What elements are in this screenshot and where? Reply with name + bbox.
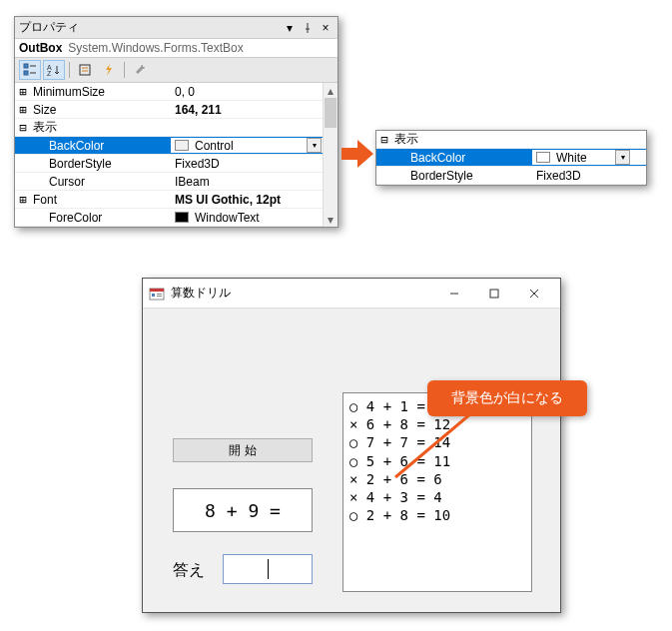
app-body: 開 始 8 + 9 = 答え ○ 4 + 1 = 5× 6 + 8 = 12○ … — [143, 309, 560, 612]
expand-icon[interactable]: ⊞ — [15, 103, 31, 117]
property-value-text: IBeam — [175, 175, 210, 189]
close-button[interactable] — [514, 280, 554, 308]
categorized-button[interactable] — [19, 60, 41, 80]
property-name: ForeColor — [47, 211, 171, 225]
properties-titlebar: プロパティ ▾ × — [15, 17, 337, 39]
property-row[interactable]: ⊞MinimumSize0, 0 — [15, 83, 337, 101]
answer-input[interactable] — [223, 554, 313, 584]
property-value-text: White — [556, 151, 587, 165]
property-value[interactable]: Control▾ — [171, 138, 337, 153]
object-type: System.Windows.Forms.TextBox — [68, 41, 243, 55]
callout-label: 背景色が白になる — [427, 380, 587, 416]
titlebar[interactable]: 算数ドリル — [143, 279, 560, 309]
color-swatch — [175, 212, 189, 223]
app-window: 算数ドリル 開 始 8 + 9 = 答え ○ 4 + 1 = 5× 6 + 8 … — [142, 278, 561, 613]
property-row[interactable]: ⊟表示 — [15, 119, 337, 137]
property-name: BackColor — [47, 139, 171, 153]
svg-rect-9 — [152, 294, 155, 297]
window-title: 算数ドリル — [171, 285, 434, 302]
arrow-icon — [341, 140, 373, 168]
svg-rect-0 — [24, 64, 28, 68]
property-name: MinimumSize — [31, 85, 171, 99]
svg-rect-8 — [150, 289, 164, 292]
output-line: ○ 7 + 7 = 14 — [349, 433, 525, 451]
output-line: × 4 + 3 = 4 — [349, 488, 525, 506]
property-value-text: Control — [195, 139, 234, 153]
svg-rect-13 — [490, 290, 498, 298]
dropdown-button[interactable]: ▾ — [307, 138, 322, 153]
property-row[interactable]: BackColorWhite▾ — [376, 149, 646, 167]
property-pages-button[interactable] — [74, 60, 96, 80]
expand-icon[interactable]: ⊞ — [15, 193, 31, 207]
property-name: Cursor — [47, 175, 171, 189]
scroll-up-icon[interactable]: ▴ — [324, 83, 337, 98]
property-row[interactable]: ⊟表示 — [376, 131, 646, 149]
property-value-text: 0, 0 — [175, 85, 195, 99]
property-value[interactable]: IBeam — [171, 175, 337, 189]
property-value[interactable]: MS UI Gothic, 12pt — [171, 193, 337, 207]
property-name: Size — [31, 103, 171, 117]
output-line: × 2 + 6 = 6 — [349, 470, 525, 488]
property-value-text: 164, 211 — [175, 103, 222, 117]
property-value-text: WindowText — [195, 211, 260, 225]
property-value[interactable]: Fixed3D — [171, 157, 337, 171]
property-value[interactable]: WindowText — [171, 211, 337, 225]
minimize-button[interactable] — [434, 280, 474, 308]
property-row[interactable]: ⊞FontMS UI Gothic, 12pt — [15, 191, 337, 209]
object-name: OutBox — [19, 41, 62, 55]
property-name: 表示 — [31, 119, 171, 136]
property-value[interactable]: Fixed3D — [532, 169, 646, 183]
property-value-text: Fixed3D — [175, 157, 220, 171]
property-name: BackColor — [408, 151, 532, 165]
output-line: ○ 2 + 8 = 10 — [349, 506, 525, 524]
close-icon[interactable]: × — [318, 20, 334, 36]
app-icon — [149, 286, 165, 302]
svg-rect-1 — [24, 71, 28, 75]
answer-label: 答え — [173, 560, 205, 581]
panel-title: プロパティ — [19, 19, 280, 36]
expression-box: 8 + 9 = — [173, 488, 313, 532]
color-swatch — [536, 152, 550, 163]
property-value[interactable]: 0, 0 — [171, 85, 337, 99]
alphabetical-button[interactable]: AZ — [43, 60, 65, 80]
property-row[interactable]: ⊞Size164, 211 — [15, 101, 337, 119]
properties-grid-after: ⊟表示BackColorWhite▾BorderStyleFixed3D — [376, 131, 646, 185]
dropdown-button[interactable]: ▾ — [615, 150, 630, 165]
property-row[interactable]: BorderStyleFixed3D — [376, 167, 646, 185]
wrench-button[interactable] — [129, 60, 151, 80]
properties-toolbar: AZ — [15, 58, 337, 83]
expand-icon[interactable]: ⊞ — [15, 85, 31, 99]
start-button[interactable]: 開 始 — [173, 438, 313, 462]
scroll-down-icon[interactable]: ▾ — [324, 212, 337, 227]
dropdown-icon[interactable]: ▾ — [282, 20, 298, 36]
object-selector[interactable]: OutBox System.Windows.Forms.TextBox — [15, 39, 337, 58]
property-value-text: MS UI Gothic, 12pt — [175, 193, 281, 207]
properties-grid: ▴ ▾ ⊞MinimumSize0, 0⊞Size164, 211⊟表示Back… — [15, 83, 337, 227]
svg-rect-11 — [157, 296, 162, 297]
svg-rect-6 — [80, 65, 90, 75]
property-row[interactable]: CursorIBeam — [15, 173, 337, 191]
property-name: BorderStyle — [47, 157, 171, 171]
color-swatch — [175, 140, 189, 151]
caret — [268, 559, 269, 579]
property-row[interactable]: BorderStyleFixed3D — [15, 155, 337, 173]
pin-icon[interactable] — [300, 20, 316, 36]
property-name: Font — [31, 193, 171, 207]
scrollbar[interactable]: ▴ ▾ — [323, 83, 337, 227]
property-name: BorderStyle — [408, 169, 532, 183]
collapse-icon[interactable]: ⊟ — [15, 121, 31, 135]
svg-text:Z: Z — [47, 70, 52, 77]
property-value[interactable]: White▾ — [532, 150, 646, 165]
collapse-icon[interactable]: ⊟ — [376, 133, 392, 147]
property-row[interactable]: BackColorControl▾ — [15, 137, 337, 155]
scroll-thumb[interactable] — [325, 98, 336, 128]
output-line: × 6 + 8 = 12 — [349, 415, 525, 433]
property-value[interactable]: 164, 211 — [171, 103, 337, 117]
property-name: 表示 — [392, 131, 532, 148]
property-value-text: Fixed3D — [536, 169, 581, 183]
output-textbox[interactable]: ○ 4 + 1 = 5× 6 + 8 = 12○ 7 + 7 = 14○ 5 +… — [342, 392, 532, 592]
events-button[interactable] — [98, 60, 120, 80]
svg-rect-10 — [157, 294, 162, 295]
property-row[interactable]: ForeColorWindowText — [15, 209, 337, 227]
maximize-button[interactable] — [474, 280, 514, 308]
